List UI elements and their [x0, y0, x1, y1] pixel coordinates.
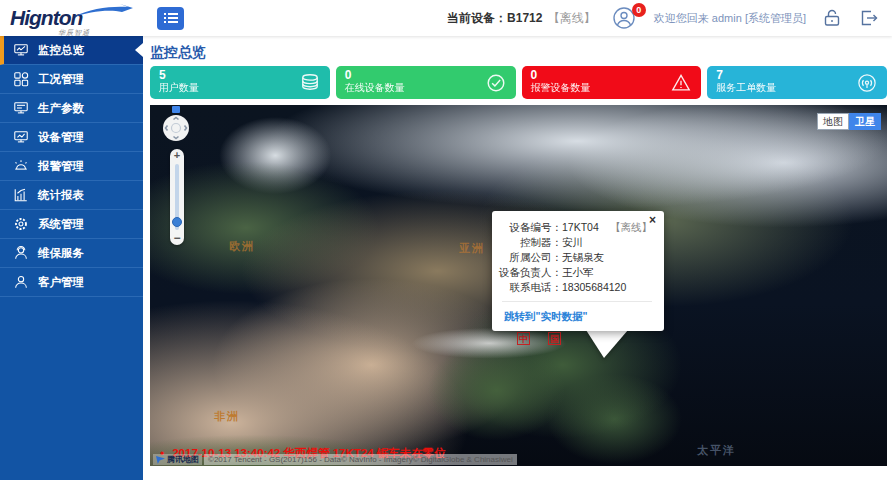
map-type-toggle: 地图 卫星 [817, 113, 881, 130]
popup-row-label: 所属公司： [498, 250, 562, 265]
sidebar-item-label: 监控总览 [38, 43, 84, 58]
gear-icon [13, 216, 29, 232]
popup-row-value: 17KT04 [562, 220, 599, 235]
stat-value: 5 [159, 69, 321, 82]
sidebar-item-system-management[interactable]: 系统管理 [0, 210, 143, 239]
sidebar-item-device-management[interactable]: 设备管理 [0, 123, 143, 152]
popup-device-status: 【离线】 [610, 220, 654, 235]
popup-row-label: 设备编号： [498, 220, 562, 235]
popup-stem [584, 330, 630, 360]
list-icon [164, 12, 178, 24]
zoom-out-button[interactable]: − [170, 232, 184, 245]
stat-label: 报警设备数量 [531, 82, 693, 94]
monitor-chart-icon [13, 42, 29, 58]
satellite-map[interactable]: + − 地图 卫星 欧洲 亚洲 非洲 太平洋 中 国 × 设备编号： [150, 105, 887, 466]
sidebar-item-label: 设备管理 [38, 130, 84, 145]
user-notifications[interactable]: 0 [612, 6, 638, 30]
logo-subtext: 华辰智通 [58, 28, 90, 38]
stat-value: 0 [345, 69, 507, 82]
sidebar-item-label: 生产参数 [38, 101, 84, 116]
device-info-popup: × 设备编号： 17KT04 【离线】 控制器： 安川 所属公司： 无锡泉友 设… [492, 211, 664, 331]
check-circle-icon [486, 73, 506, 93]
sidebar-item-alarm-management[interactable]: 报警管理 [0, 152, 143, 181]
logo-swoosh-icon [72, 4, 134, 20]
attribution-logo-text: 腾讯地图 [167, 454, 199, 465]
sidebar-item-monitor-overview[interactable]: 监控总览 [0, 36, 143, 65]
map-label-asia: 亚洲 [459, 241, 485, 256]
popup-row: 设备编号： 17KT04 【离线】 [498, 220, 654, 235]
alarm-icon [13, 158, 29, 174]
grid-icon [13, 71, 29, 87]
stat-card-alarm-devices[interactable]: 0 报警设备数量 [522, 66, 702, 99]
popup-row-label: 设备负责人： [498, 265, 562, 280]
popup-row-value: 安川 [562, 235, 583, 250]
stat-value: 7 [716, 69, 878, 82]
sidebar-item-label: 系统管理 [38, 217, 84, 232]
stat-card-service-orders[interactable]: 7 服务工单数量 [707, 66, 887, 99]
zoom-thumb[interactable] [172, 217, 182, 227]
support-person-icon [13, 245, 29, 261]
stat-label: 服务工单数量 [716, 82, 878, 94]
sidebar-item-statistics-reports[interactable]: 统计报表 [0, 181, 143, 210]
sidebar: 监控总览 工况管理 生产参数 设备管理 [0, 36, 143, 480]
close-icon[interactable]: × [649, 214, 656, 226]
warning-triangle-icon [671, 73, 691, 93]
menu-toggle-button[interactable] [157, 7, 184, 30]
sidebar-item-label: 客户管理 [38, 275, 84, 290]
page-title: 监控总览 [150, 44, 887, 60]
stat-cards-row: 5 用户数量 0 在线设备数量 0 报警设备数量 [150, 66, 887, 99]
map-pan-control[interactable] [162, 114, 190, 142]
popup-row-label: 联系电话： [498, 280, 562, 295]
stat-value: 0 [531, 69, 693, 82]
map-attribution: 腾讯地图 ©2017 Tencent - GS(2017)156 - Data©… [153, 454, 517, 465]
popup-row-value: 18305684120 [562, 280, 626, 295]
stat-label: 在线设备数量 [345, 82, 507, 94]
map-scale-icon [172, 106, 180, 113]
top-bar: Hignton 华辰智通 当前设备：B1712 【离线】 0 欢迎您回来 adm… [0, 0, 892, 36]
popup-row-label: 控制器： [498, 235, 562, 250]
sidebar-item-label: 统计报表 [38, 188, 84, 203]
popup-row-value: 王小军 [562, 265, 594, 280]
welcome-text: 欢迎您回来 admin [系统管理员] [654, 11, 806, 26]
signal-icon [857, 73, 877, 93]
popup-row: 设备负责人： 王小军 [498, 265, 654, 280]
map-label-china: 中 国 [517, 332, 561, 345]
tencent-map-logo: 腾讯地图 [153, 454, 202, 465]
popup-row: 联系电话： 18305684120 [498, 280, 654, 295]
zoom-in-button[interactable]: + [170, 149, 184, 162]
monitor-icon [13, 100, 29, 116]
lock-icon[interactable] [822, 8, 842, 28]
database-icon [300, 73, 320, 93]
china-char: 国 [548, 332, 561, 345]
current-device-text: 当前设备：B1712 【离线】 [447, 10, 596, 27]
realtime-data-link[interactable]: 跳转到"实时数据" [504, 310, 587, 324]
sidebar-item-maintenance-service[interactable]: 维保服务 [0, 239, 143, 268]
bar-chart-icon [13, 187, 29, 203]
satellite-view-button[interactable]: 卫星 [849, 113, 881, 130]
map-label-europe: 欧洲 [229, 239, 255, 254]
monitor-icon [13, 129, 29, 145]
map-label-pacific: 太平洋 [697, 443, 736, 458]
logout-icon[interactable] [858, 8, 878, 28]
popup-divider [502, 301, 652, 302]
popup-row: 控制器： 安川 [498, 235, 654, 250]
brand-logo: Hignton 华辰智通 [0, 6, 143, 30]
tencent-logo-icon [156, 455, 165, 464]
sidebar-item-work-condition[interactable]: 工况管理 [0, 65, 143, 94]
china-char: 中 [517, 332, 530, 345]
sidebar-item-production-params[interactable]: 生产参数 [0, 94, 143, 123]
person-icon [13, 274, 29, 290]
sidebar-item-label: 工况管理 [38, 72, 84, 87]
map-view-button[interactable]: 地图 [817, 113, 849, 130]
map-label-africa: 非洲 [214, 409, 240, 424]
sidebar-item-label: 维保服务 [38, 246, 84, 261]
sidebar-item-customer-management[interactable]: 客户管理 [0, 268, 143, 297]
popup-row: 所属公司： 无锡泉友 [498, 250, 654, 265]
attribution-text: ©2017 Tencent - GS(2017)156 - Data© NavI… [204, 454, 517, 465]
notification-badge: 0 [632, 3, 646, 17]
main-content: 监控总览 5 用户数量 0 在线设备数量 0 [143, 36, 892, 480]
popup-row-value: 无锡泉友 [562, 250, 604, 265]
map-zoom-slider[interactable]: + − [170, 149, 184, 245]
stat-card-users[interactable]: 5 用户数量 [150, 66, 330, 99]
stat-card-online-devices[interactable]: 0 在线设备数量 [336, 66, 516, 99]
